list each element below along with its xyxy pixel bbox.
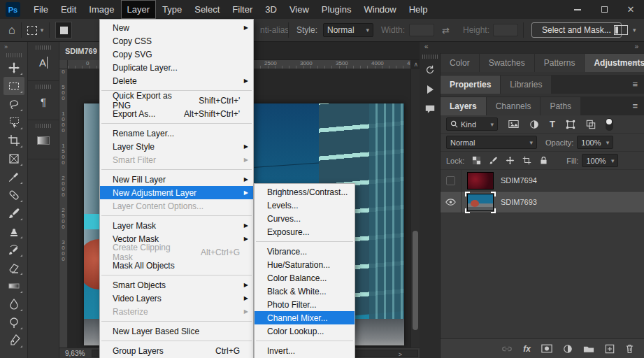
layer-thumbnail[interactable]	[467, 172, 494, 189]
menubar-item-select[interactable]: Select	[188, 0, 226, 19]
toolbar-collapse-icon[interactable]: »	[0, 42, 27, 52]
panel-menu-icon[interactable]: ≡	[632, 101, 638, 111]
menu-item-new-fill-layer[interactable]: New Fill Layer ▶	[100, 173, 253, 186]
paragraph-panel-button[interactable]: ¶	[28, 81, 59, 120]
menu-item-layer-style[interactable]: Layer Style ▶	[100, 140, 253, 153]
menubar-item-layer[interactable]: Layer	[121, 0, 157, 19]
menu-item-layer-mask[interactable]: Layer Mask ▶	[100, 219, 253, 232]
filter-pixel-layers-icon[interactable]	[508, 120, 519, 129]
menu-item-new-adjustment-layer[interactable]: New Adjustment Layer ▶	[100, 186, 253, 199]
submenu-item-levels[interactable]: Levels...	[255, 199, 355, 212]
submenu-item-exposure[interactable]: Exposure...	[255, 225, 355, 238]
menubar-item-image[interactable]: Image	[83, 0, 120, 19]
minimize-button[interactable]	[564, 0, 591, 19]
height-input[interactable]	[493, 24, 518, 36]
vertical-scrollbar-thumb[interactable]	[413, 231, 418, 330]
actions-panel-icon[interactable]	[420, 80, 441, 99]
expand-dock-icon[interactable]: »	[634, 43, 638, 50]
new-selection-icon[interactable]	[55, 22, 72, 38]
lock-transparent-icon[interactable]	[472, 156, 481, 165]
character-panel-button[interactable]: A	[28, 42, 59, 81]
submenu-item-vibrance[interactable]: Vibrance...	[255, 245, 355, 258]
rectangular-marquee-tool[interactable]	[3, 77, 24, 95]
menubar-item-filter[interactable]: Filter	[226, 0, 259, 19]
chevron-down-icon[interactable]: ▾	[41, 27, 44, 34]
panel-menu-icon[interactable]: ≡	[632, 57, 638, 68]
swap-dimensions-icon[interactable]: ⇄	[442, 25, 450, 36]
close-button[interactable]: ✕	[617, 0, 644, 19]
layer-thumbnail[interactable]	[467, 194, 494, 211]
submenu-item-hue-saturation[interactable]: Hue/Saturation...	[255, 258, 355, 271]
scroll-right-icon[interactable]: >	[399, 351, 402, 358]
crop-tool[interactable]	[3, 131, 24, 150]
tab-channels[interactable]: Channels	[487, 97, 541, 115]
select-and-mask-button[interactable]: Select and Mask...	[531, 22, 622, 38]
link-layers-icon[interactable]	[501, 344, 513, 354]
submenu-item-invert[interactable]: Invert...	[255, 344, 355, 357]
filter-smart-objects-icon[interactable]	[586, 120, 596, 129]
menu-item-copy-svg[interactable]: Copy SVG	[100, 48, 253, 61]
menubar-item-view[interactable]: View	[283, 0, 315, 19]
filter-shape-layers-icon[interactable]	[566, 120, 575, 129]
gradient-tool[interactable]	[3, 277, 24, 295]
lasso-tool[interactable]	[3, 95, 24, 113]
new-group-icon[interactable]	[583, 344, 594, 353]
submenu-item-color-balance[interactable]: Color Balance...	[255, 271, 355, 285]
filter-type-layers-icon[interactable]: T	[550, 119, 555, 129]
delete-layer-icon[interactable]	[625, 344, 634, 354]
menu-item-duplicate-layer[interactable]: Duplicate Layer...	[100, 61, 253, 74]
submenu-item-channel-mixer[interactable]: Channel Mixer...	[255, 311, 355, 324]
menu-item-new-layer-based-slice[interactable]: New Layer Based Slice	[100, 324, 253, 338]
submenu-item-curves[interactable]: Curves...	[255, 212, 355, 225]
filter-adjustment-layers-icon[interactable]	[529, 120, 539, 129]
lock-paint-icon[interactable]	[489, 156, 498, 165]
eraser-tool[interactable]	[3, 259, 24, 277]
layer-style-icon[interactable]: fx	[523, 344, 531, 354]
tab-color[interactable]: Color	[441, 54, 480, 72]
eyedropper-tool[interactable]	[3, 168, 24, 186]
frame-tool[interactable]	[3, 150, 24, 168]
layer-name[interactable]: SDIM7694	[501, 176, 537, 185]
new-adjustment-icon[interactable]	[563, 344, 573, 354]
tab-paths[interactable]: Paths	[541, 97, 581, 115]
filter-kind-select[interactable]: Kind ▾	[446, 117, 498, 131]
tab-layers[interactable]: Layers	[441, 97, 487, 115]
history-panel-icon[interactable]	[420, 60, 441, 80]
menu-item-video-layers[interactable]: Video Layers ▶	[100, 292, 253, 305]
visibility-toggle[interactable]	[441, 170, 461, 191]
menubar-item-edit[interactable]: Edit	[55, 0, 83, 19]
clone-stamp-tool[interactable]	[3, 222, 24, 241]
zoom-level[interactable]: 9,63%	[59, 350, 92, 357]
comments-panel-icon[interactable]	[420, 99, 441, 119]
menu-item-export-as[interactable]: Export As... Alt+Shift+Ctrl+'	[100, 107, 253, 120]
blend-mode-select[interactable]: Normal ▾	[446, 136, 537, 149]
layer-row[interactable]: SDIM7694	[441, 170, 644, 192]
maximize-button[interactable]	[591, 0, 617, 19]
chevron-down-icon[interactable]: ▾	[633, 27, 636, 34]
vertical-scrollbar[interactable]	[410, 69, 420, 348]
menu-item-delete[interactable]: Delete ▶	[100, 74, 253, 87]
marquee-tool-preset-icon[interactable]	[27, 26, 37, 35]
tab-swatches[interactable]: Swatches	[480, 54, 535, 72]
object-selection-tool[interactable]	[3, 113, 24, 131]
style-select[interactable]: Normal ▾	[323, 23, 373, 37]
submenu-item-color-lookup[interactable]: Color Lookup...	[255, 324, 355, 338]
collapse-strip-icon[interactable]: «	[424, 43, 429, 50]
add-mask-icon[interactable]	[541, 344, 552, 353]
layer-name[interactable]: SDIM7693	[501, 198, 537, 206]
opacity-value[interactable]: 100% ▾	[577, 136, 613, 149]
menubar-item-file[interactable]: File	[27, 0, 55, 19]
submenu-item-black-white[interactable]: Black & White...	[255, 285, 355, 298]
filter-toggle[interactable]	[606, 118, 613, 131]
new-layer-icon[interactable]	[605, 344, 615, 354]
menubar-item-help[interactable]: Help	[403, 0, 434, 19]
gradients-panel-button[interactable]	[28, 120, 59, 159]
tab-libraries[interactable]: Libraries	[501, 76, 552, 94]
pen-tool[interactable]	[3, 331, 24, 350]
submenu-item-brightness-contrast[interactable]: Brightness/Contrast...	[255, 185, 355, 199]
menu-item-copy-css[interactable]: Copy CSS	[100, 34, 253, 48]
tab-properties[interactable]: Properties	[441, 76, 501, 94]
menu-item-rename-layer[interactable]: Rename Layer...	[100, 127, 253, 140]
menubar-item-plugins[interactable]: Plugins	[315, 0, 358, 19]
panel-menu-icon[interactable]: ≡	[632, 79, 638, 90]
